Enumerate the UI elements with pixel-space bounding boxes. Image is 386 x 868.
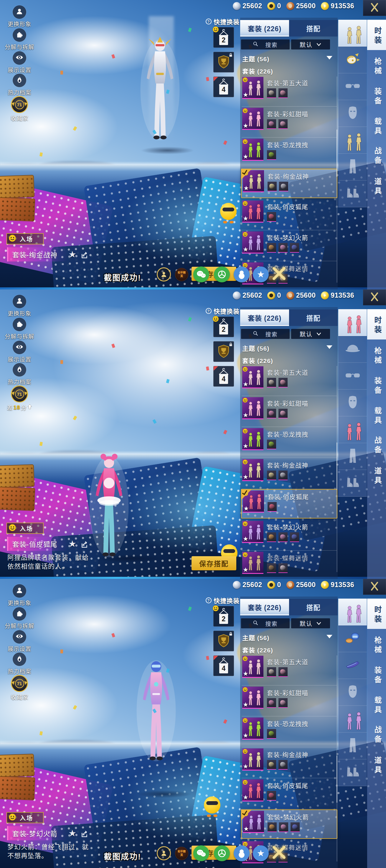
outfit-list-item[interactable]: ★ 套装-蝶舞迷情	[241, 551, 337, 579]
equip-slot-mask-placeholder[interactable]	[338, 679, 367, 706]
equip-slot-cap-placeholder[interactable]	[338, 336, 367, 363]
help-icon[interactable]: ?	[206, 308, 212, 314]
outfit-list-item[interactable]: ★ 套装-彩虹甜喵	[241, 107, 337, 136]
category-tab-3[interactable]: 载具	[372, 118, 383, 136]
search-input[interactable]: 搜索	[241, 39, 290, 50]
outfit-list-item[interactable]: ★ 套装-梦幻火箭	[241, 230, 337, 260]
equip-slot-helmet-item[interactable]	[338, 46, 367, 73]
equip-slot-pants-placeholder[interactable]	[338, 443, 367, 470]
wechat-share-icon[interactable]	[193, 845, 209, 861]
character-model[interactable]	[134, 652, 178, 794]
sidebar-item-3[interactable]: 热力档案	[4, 363, 35, 385]
list-scrollbar[interactable]	[336, 76, 337, 283]
tab-suits[interactable]: 套装 (226)	[240, 309, 289, 326]
category-tab-1[interactable]: 枪械	[372, 347, 383, 366]
entry-button[interactable]: 入场	[6, 523, 43, 534]
close-button[interactable]	[363, 579, 386, 595]
close-button[interactable]	[363, 289, 386, 305]
sub-item-thumbnail[interactable]	[268, 182, 277, 191]
share-icon[interactable]	[81, 540, 89, 550]
game-for-peace-badge[interactable]: 和平精英	[175, 847, 188, 860]
sub-item-thumbnail[interactable]	[267, 409, 276, 418]
quick-slot-outfit-2[interactable]: 2	[213, 316, 234, 337]
sub-item-thumbnail[interactable]	[278, 563, 288, 573]
sub-item-thumbnail[interactable]	[278, 243, 288, 253]
sidebar-item-3[interactable]: 热力档案	[4, 652, 35, 675]
category-tab-0[interactable]: 时装	[372, 27, 383, 45]
equip-slot-glasses-placeholder[interactable]	[338, 73, 367, 100]
sub-item-thumbnail[interactable]	[291, 823, 300, 832]
equip-slot-shoes-placeholder[interactable]	[338, 470, 367, 497]
outfit-list-item[interactable]: ★ 套装-恐龙拽拽	[241, 717, 337, 746]
category-tab-4[interactable]: 战备	[372, 436, 383, 455]
equip-slot-outfit-pair[interactable]	[338, 706, 367, 733]
help-icon[interactable]: ?	[206, 597, 212, 603]
share-icon[interactable]	[81, 251, 89, 260]
category-tab-1[interactable]: 枪械	[372, 636, 383, 655]
sidebar-item-3[interactable]: 热力档案	[4, 73, 35, 96]
profile-ring-icon[interactable]	[157, 267, 171, 281]
qq-share-icon[interactable]	[234, 267, 249, 282]
currency-gold-medal-coin[interactable]: 0	[267, 291, 281, 300]
quick-slot-outfit-4[interactable]: 4	[213, 366, 234, 386]
sidebar-item-2[interactable]: 展示设置	[4, 341, 35, 363]
quick-slot-trophy-locked[interactable]	[213, 52, 234, 72]
sub-item-thumbnail[interactable]	[267, 667, 276, 677]
moments-share-icon[interactable]	[214, 267, 230, 282]
outfit-list-item[interactable]: ★ 套装-第五大道	[241, 655, 337, 684]
search-input[interactable]: 搜索	[241, 618, 290, 628]
sub-item-thumbnail[interactable]	[290, 243, 299, 253]
entry-button[interactable]: 入场	[6, 233, 43, 244]
currency-silver-coin[interactable]: 25602	[233, 581, 262, 589]
sub-item-thumbnail[interactable]	[278, 378, 288, 388]
equip-slot-rocket-helmet-item[interactable]	[338, 625, 367, 652]
entry-button[interactable]: 入场	[6, 812, 43, 823]
sub-item-thumbnail[interactable]	[267, 88, 276, 98]
quick-slot-outfit-2[interactable]: 2	[213, 27, 234, 48]
sidebar-item-collector[interactable]: 71 差18分	[4, 385, 35, 411]
favorite-star-icon[interactable]: ★	[68, 828, 76, 838]
sidebar-item-1[interactable]: 分解与拆解	[4, 318, 35, 340]
sub-item-thumbnail[interactable]	[278, 667, 288, 677]
sidebar-item-1[interactable]: 分解与拆解	[4, 607, 35, 629]
sidebar-item-2[interactable]: 展示设置	[4, 51, 35, 73]
equip-slot-outfit-pair[interactable]	[338, 127, 367, 154]
sidebar-item-2[interactable]: 展示设置	[4, 630, 35, 652]
equip-slot-shoes-placeholder[interactable]	[338, 181, 367, 207]
sub-item-thumbnail[interactable]	[267, 532, 276, 542]
equip-slot-outfit-pair[interactable]	[338, 309, 367, 336]
qzone-share-icon[interactable]: ★	[253, 845, 269, 861]
outfit-list-item[interactable]: ★ 套装-俏皮狐尾	[241, 489, 337, 519]
equip-slot-outfit-pair[interactable]	[338, 598, 367, 625]
quick-slot-trophy-locked[interactable]	[213, 341, 234, 362]
outfit-list-item[interactable]: ★ 套装-梦幻火箭	[241, 809, 337, 839]
currency-gold-medal-coin[interactable]: 0	[267, 581, 281, 589]
quick-slot-trophy-locked[interactable]	[213, 631, 234, 651]
category-tab-3[interactable]: 载具	[372, 696, 383, 715]
currency-bronze-coin[interactable]: 25600	[287, 2, 316, 10]
list-scrollbar[interactable]	[336, 366, 337, 572]
sub-item-thumbnail[interactable]	[290, 532, 299, 542]
sub-item-thumbnail[interactable]	[278, 532, 288, 542]
character-model[interactable]	[87, 448, 156, 562]
outfit-list-item[interactable]: ★ 套装-彩虹甜喵	[241, 686, 337, 715]
tab-mix-match[interactable]: 搭配	[289, 599, 338, 615]
sidebar-item-collector[interactable]: 71 收藏家	[4, 96, 35, 122]
tab-suits[interactable]: 套装 (226)	[240, 20, 289, 36]
outfit-list-item[interactable]: ★ 套装-绚金战神	[241, 458, 337, 488]
currency-gold-medal-coin[interactable]: 0	[267, 2, 281, 10]
character-model[interactable]	[138, 31, 182, 150]
category-tab-3[interactable]: 载具	[372, 407, 383, 426]
outfit-list-item[interactable]: ★ 套装-彩虹甜喵	[241, 396, 337, 426]
category-tab-2[interactable]: 装备	[372, 88, 383, 106]
sub-item-thumbnail[interactable]	[267, 119, 276, 129]
equip-slot-pants-placeholder[interactable]	[338, 733, 367, 760]
game-for-peace-badge[interactable]: 和平精英	[175, 268, 188, 281]
sub-item-thumbnail[interactable]	[278, 470, 288, 480]
sub-item-thumbnail[interactable]	[278, 119, 288, 129]
category-tab-5[interactable]: 道具	[372, 178, 383, 196]
sidebar-item-0[interactable]: 更换形象	[4, 584, 35, 607]
equip-slot-shoes-placeholder[interactable]	[338, 760, 367, 786]
equip-slot-visor-item[interactable]	[338, 652, 367, 679]
outfit-list-item[interactable]: ★ 套装-绚金战神	[241, 169, 337, 198]
